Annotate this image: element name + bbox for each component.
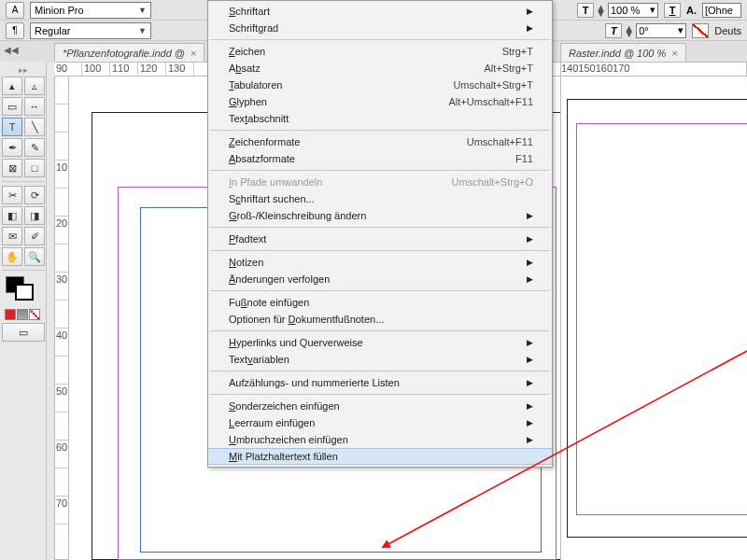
rotate-field[interactable]: 0°▾ — [636, 23, 686, 38]
submenu-arrow-icon: ▶ — [527, 7, 533, 16]
pencil-tool[interactable]: ✎ — [24, 138, 45, 157]
gap-tool[interactable]: ↔ — [24, 97, 45, 116]
menu-item[interactable]: Textabschnitt — [208, 110, 552, 127]
menu-item[interactable]: Textvariablen▶ — [208, 351, 552, 368]
menu-item[interactable]: Notizen▶ — [208, 254, 552, 271]
char-style-select[interactable]: [Ohne — [702, 3, 741, 18]
apply-color-swatch[interactable] — [5, 309, 16, 320]
font-family-select[interactable]: Minion Pro ▼ — [30, 2, 151, 19]
text-format-icon[interactable]: T — [664, 3, 681, 18]
hand-tool[interactable]: ✋ — [2, 247, 22, 266]
menu-item[interactable]: Änderungen verfolgen▶ — [208, 271, 552, 287]
pen-tool[interactable]: ✒ — [2, 138, 22, 157]
free-transform-tool[interactable]: ⟳ — [24, 186, 45, 204]
ruler-tick: 50 — [55, 385, 68, 413]
menu-item[interactable]: TabulatorenUmschalt+Strg+T — [208, 77, 552, 93]
menu-item-label: Pfadtext — [229, 233, 266, 245]
menu-item[interactable]: Pfadtext▶ — [208, 231, 552, 247]
note-tool[interactable]: ✉ — [2, 227, 22, 245]
menu-item[interactable]: Optionen für Dokumentfußnoten... — [208, 311, 552, 328]
document-canvas-secondary[interactable] — [560, 77, 747, 560]
direct-selection-tool[interactable]: ▵ — [24, 77, 45, 95]
eyedropper-tool[interactable]: ✐ — [24, 227, 45, 245]
menu-item[interactable]: Mit Platzhaltertext füllen — [208, 448, 552, 465]
menu-item[interactable]: AbsatzAlt+Strg+T — [208, 60, 552, 77]
panel-collapse-icon[interactable]: ◀◀ — [4, 45, 19, 55]
horizontal-scale-field[interactable]: 100 %▾ — [608, 3, 658, 18]
menu-item[interactable]: AbsatzformateF11 — [208, 150, 552, 167]
submenu-arrow-icon: ▶ — [527, 274, 533, 284]
ruler-tick: 170 — [613, 63, 629, 76]
para-panel-button[interactable]: ¶ — [6, 22, 24, 39]
menu-item-label: Leerraum einfügen — [229, 417, 315, 428]
ruler-tick: 70 — [55, 497, 68, 525]
menu-item-label: Glyphen — [229, 96, 267, 107]
ruler-tick — [55, 245, 68, 273]
fill-stroke-proxy[interactable] — [2, 274, 45, 306]
menu-shortcut: Alt+Umschalt+F11 — [449, 96, 533, 107]
gradient-feather-tool[interactable]: ◨ — [24, 206, 45, 225]
menu-item[interactable]: Umbruchzeichen einfügen▶ — [208, 431, 552, 448]
char-panel-button[interactable]: A — [6, 2, 24, 19]
menu-item[interactable]: Aufzählungs- und nummerierte Listen▶ — [208, 374, 552, 391]
menu-item-label: Schriftgrad — [229, 22, 278, 34]
scale-stepper[interactable]: ▲▼ — [596, 5, 606, 16]
fill-swatch[interactable] — [692, 23, 709, 38]
menu-item[interactable]: Sonderzeichen einfügen▶ — [208, 398, 552, 414]
submenu-arrow-icon: ▶ — [527, 435, 533, 444]
menu-item[interactable]: Hyperlinks und Querverweise▶ — [208, 334, 552, 351]
language-select[interactable]: Deuts — [714, 25, 741, 36]
menu-item[interactable]: Leerraum einfügen▶ — [208, 414, 552, 431]
line-tool[interactable]: ╲ — [24, 118, 45, 136]
rectangle-frame-tool[interactable]: ⊠ — [2, 159, 22, 177]
type-tool[interactable]: T — [2, 118, 22, 136]
font-style-select[interactable]: Regular ▼ — [30, 22, 151, 39]
menu-item-label: Tabulatoren — [229, 79, 283, 91]
gradient-swatch-tool[interactable]: ◧ — [2, 206, 22, 225]
selection-tool[interactable]: ▴ — [2, 77, 22, 95]
menu-item[interactable]: Schriftart▶ — [208, 3, 552, 20]
document-tab[interactable]: *Pflanzenfotografie.indd @ × — [54, 43, 204, 62]
menu-item[interactable]: Schriftgrad▶ — [208, 20, 552, 36]
ruler-tick: 10 — [55, 161, 68, 189]
menu-item[interactable]: ZeichenStrg+T — [208, 43, 552, 60]
menu-item: In Pfade umwandelnUmschalt+Strg+O — [208, 174, 552, 190]
rotate-icon: T — [605, 23, 622, 38]
menu-separator — [210, 170, 550, 171]
menu-item-label: Absatz — [229, 63, 261, 74]
char-style-hint: A. — [686, 5, 697, 16]
menu-item[interactable]: Schriftart suchen... — [208, 190, 552, 207]
toolbox-collapse-icon[interactable]: ▸▸ — [0, 65, 46, 75]
page-tool[interactable]: ▭ — [2, 97, 22, 116]
menu-item-label: Textvariablen — [229, 354, 289, 365]
menu-shortcut: Umschalt+F11 — [467, 136, 533, 147]
menu-item-label: Zeichenformate — [229, 136, 300, 147]
rotate-stepper[interactable]: ▲▼ — [624, 25, 634, 36]
close-icon[interactable]: × — [671, 48, 677, 59]
menu-item[interactable]: Groß-/Kleinschreibung ändern▶ — [208, 207, 552, 224]
tools-panel: ▸▸ ▴ ▵ ▭ ↔ T ╲ ✒ ✎ ⊠ □ ✂ ⟳ ◧ ◨ ✉ ✐ ✋ 🔍 ▭ — [0, 62, 47, 560]
apply-none-swatch[interactable] — [29, 309, 40, 320]
view-mode-toggle[interactable]: ▭ — [2, 323, 45, 342]
submenu-arrow-icon: ▶ — [527, 258, 533, 267]
font-style-value: Regular — [35, 25, 71, 36]
horizontal-ruler-secondary: 140150160170 — [560, 62, 747, 77]
document-tab[interactable]: Raster.indd @ 100 % × — [560, 43, 686, 62]
dropdown-arrow-icon: ▼ — [138, 26, 147, 35]
ruler-tick: 130 — [166, 63, 194, 76]
menu-separator — [210, 250, 550, 251]
menu-separator — [210, 130, 550, 131]
close-icon[interactable]: × — [190, 48, 196, 59]
rectangle-tool[interactable]: □ — [24, 159, 45, 177]
scissors-tool[interactable]: ✂ — [2, 186, 22, 204]
menu-item[interactable]: GlyphenAlt+Umschalt+F11 — [208, 93, 552, 110]
menu-item[interactable]: Fußnote einfügen — [208, 294, 552, 311]
document-tab-label: *Pflanzenfotografie.indd @ — [63, 48, 185, 59]
menu-item[interactable]: ZeichenformateUmschalt+F11 — [208, 133, 552, 150]
submenu-arrow-icon: ▶ — [527, 211, 533, 220]
submenu-arrow-icon: ▶ — [527, 338, 533, 347]
menu-separator — [210, 394, 550, 395]
zoom-tool[interactable]: 🔍 — [24, 247, 45, 266]
stroke-proxy[interactable] — [15, 284, 34, 301]
apply-gradient-swatch[interactable] — [17, 309, 28, 320]
